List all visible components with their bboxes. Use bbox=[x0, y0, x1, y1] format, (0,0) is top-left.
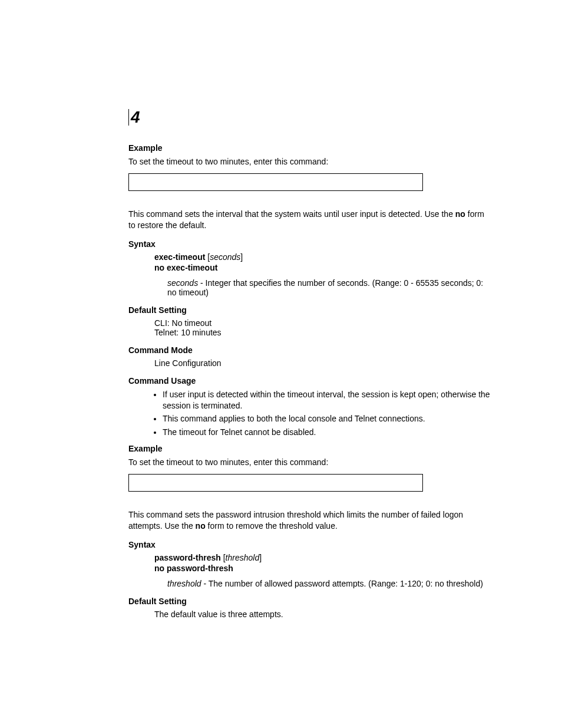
param2-desc-text: - The number of allowed password attempt… bbox=[201, 579, 483, 588]
syntax-line-1a: exec-timeout [seconds] bbox=[154, 252, 491, 262]
param-name: seconds bbox=[167, 278, 198, 288]
syntax-heading-1: Syntax bbox=[128, 239, 491, 249]
syntax-block-2: password-thresh [threshold] no password-… bbox=[154, 553, 491, 588]
default-heading-2: Default Setting bbox=[128, 597, 491, 606]
syntax-no-2: no password-thresh bbox=[154, 564, 491, 573]
usage-bullet-1: If user input is detected within the tim… bbox=[163, 389, 491, 411]
usage-bullet-3: The timeout for Telnet cannot be disable… bbox=[163, 427, 491, 438]
syntax-no-1: no exec-timeout bbox=[154, 263, 491, 272]
syntax-param: seconds bbox=[210, 252, 240, 262]
param2-name: threshold bbox=[167, 579, 201, 588]
mode-heading-1: Command Mode bbox=[128, 345, 491, 355]
code-example-box-1 bbox=[128, 173, 423, 191]
example-intro-2: To set the timeout to two minutes, enter… bbox=[128, 457, 491, 468]
syntax-cmd: exec-timeout bbox=[154, 252, 205, 262]
param-desc-2: threshold - The number of allowed passwo… bbox=[167, 579, 491, 588]
command-description-2: This command sets the password intrusion… bbox=[128, 509, 491, 532]
default-block-1: CLI: No timeout Telnet: 10 minutes bbox=[154, 318, 491, 337]
usage-list-1: If user input is detected within the tim… bbox=[128, 389, 491, 439]
chapter-number: 4 bbox=[128, 109, 142, 126]
desc-bold: no bbox=[455, 209, 465, 219]
default-l1: CLI: No timeout bbox=[154, 318, 491, 328]
desc-pre: This command sets the interval that the … bbox=[128, 209, 455, 219]
syntax-block-1: exec-timeout [seconds] no exec-timeout s… bbox=[154, 252, 491, 297]
param-desc-text: - Integer that specifies the number of s… bbox=[167, 278, 483, 297]
default-value-2: The default value is three attempts. bbox=[154, 610, 491, 619]
syntax-line-2a: password-thresh [threshold] bbox=[154, 553, 491, 562]
example-heading-1: Example bbox=[128, 143, 491, 153]
desc2-post: form to remove the threshold value. bbox=[206, 521, 338, 531]
example-intro-1: To set the timeout to two minutes, enter… bbox=[128, 156, 491, 167]
syntax2-param: threshold bbox=[226, 553, 260, 562]
default-l2: Telnet: 10 minutes bbox=[154, 328, 491, 337]
mode-value-1: Line Configuration bbox=[154, 358, 491, 368]
code-example-box-2 bbox=[128, 474, 423, 492]
command-description-1: This command sets the interval that the … bbox=[128, 209, 491, 231]
syntax-heading-2: Syntax bbox=[128, 540, 491, 549]
desc2-bold: no bbox=[196, 521, 206, 531]
document-page: 4 Example To set the timeout to two minu… bbox=[0, 0, 562, 686]
usage-heading-1: Command Usage bbox=[128, 376, 491, 386]
example-heading-2: Example bbox=[128, 444, 491, 453]
usage-bullet-2: This command applies to both the local c… bbox=[163, 413, 491, 424]
default-heading-1: Default Setting bbox=[128, 305, 491, 315]
syntax2-cmd: password-thresh bbox=[154, 553, 221, 562]
param-desc-1: seconds - Integer that specifies the num… bbox=[167, 278, 491, 297]
